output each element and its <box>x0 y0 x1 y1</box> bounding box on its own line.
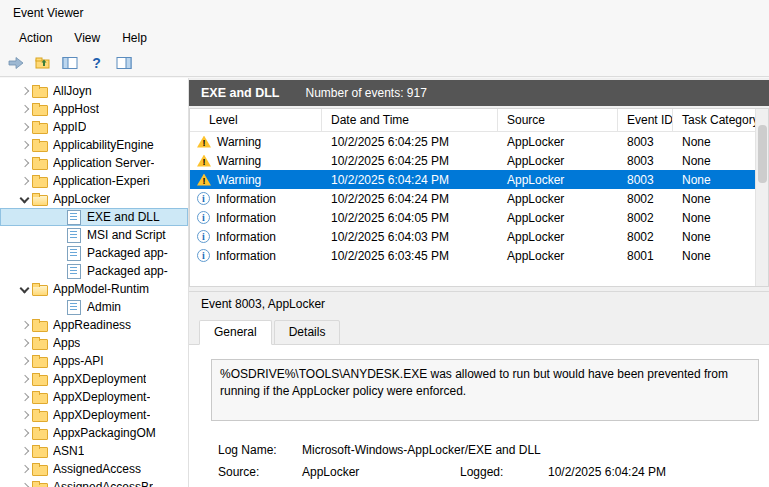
event-row[interactable]: Warning10/2/2025 6:04:25 PMAppLocker8003… <box>190 151 755 170</box>
tree-item[interactable]: AppHost <box>0 100 188 118</box>
tree-item[interactable]: AppXDeployment <box>0 370 188 388</box>
log-name-label: Log Name: <box>218 443 302 457</box>
event-id-cell: 8003 <box>618 135 673 149</box>
tree-item-label: Application-Experi <box>53 174 150 188</box>
tree-item[interactable]: AppXDeployment- <box>0 406 188 424</box>
window-title: Event Viewer <box>13 6 83 20</box>
help-icon[interactable]: ? <box>84 52 109 75</box>
tree-item[interactable]: AppReadiness <box>0 316 188 334</box>
chevron-right-icon[interactable] <box>18 480 32 487</box>
event-row[interactable]: Information10/2/2025 6:04:03 PMAppLocker… <box>190 227 755 246</box>
tree-item-label: AllJoyn <box>53 84 92 98</box>
question-mark-glyph: ? <box>92 55 101 71</box>
source-value: AppLocker <box>302 465 460 479</box>
event-id-cell: 8003 <box>618 173 673 187</box>
chevron-right-icon[interactable] <box>18 390 32 404</box>
tree-item[interactable]: Apps <box>0 334 188 352</box>
tree-item[interactable]: EXE and DLL <box>0 208 188 226</box>
chevron-right-icon[interactable] <box>18 426 32 440</box>
column-header-source[interactable]: Source <box>498 109 618 131</box>
chevron-right-icon[interactable] <box>18 372 32 386</box>
source-cell: AppLocker <box>498 211 618 225</box>
chevron-right-icon[interactable] <box>18 138 32 152</box>
event-log-icon <box>66 210 82 224</box>
chevron-right-icon[interactable] <box>18 174 32 188</box>
level-text: Information <box>216 211 276 225</box>
detail-tabs: General Details <box>189 320 769 345</box>
event-row[interactable]: Information10/2/2025 6:03:45 PMAppLocker… <box>190 246 755 265</box>
results-pane: EXE and DLL Number of events: 917 Level … <box>189 78 769 487</box>
up-one-level-icon[interactable] <box>30 52 55 75</box>
chevron-right-icon[interactable] <box>18 318 32 332</box>
chevron-right-icon[interactable] <box>18 444 32 458</box>
tab-details-label: Details <box>289 325 326 339</box>
tree-item[interactable]: AllJoyn <box>0 82 188 100</box>
vertical-scrollbar[interactable] <box>755 109 768 286</box>
column-header-event-id[interactable]: Event ID <box>618 109 673 131</box>
chevron-right-icon[interactable] <box>18 408 32 422</box>
menu-action[interactable]: Action <box>8 28 63 48</box>
tree-item[interactable]: AssignedAccess <box>0 460 188 478</box>
tree-item[interactable]: AppXDeployment- <box>0 388 188 406</box>
chevron-right-icon[interactable] <box>18 354 32 368</box>
tree-item[interactable]: Packaged app- <box>0 244 188 262</box>
menu-help[interactable]: Help <box>111 28 158 48</box>
chevron-down-icon[interactable] <box>18 192 32 206</box>
tree-item[interactable]: Apps-API <box>0 352 188 370</box>
results-header: EXE and DLL Number of events: 917 <box>189 80 769 106</box>
chevron-right-icon[interactable] <box>18 102 32 116</box>
chevron-right-icon[interactable] <box>18 462 32 476</box>
chevron-down-icon[interactable] <box>18 282 32 296</box>
tree-item[interactable]: AppID <box>0 118 188 136</box>
tree-item-label: Packaged app- <box>87 246 168 260</box>
menu-view[interactable]: View <box>63 28 111 48</box>
event-list: Level Date and Time Source Event ID Task… <box>189 108 769 287</box>
column-header-task-category[interactable]: Task Category <box>673 109 757 131</box>
action-pane-icon[interactable] <box>111 52 136 75</box>
event-row[interactable]: Information10/2/2025 6:04:24 PMAppLocker… <box>190 189 755 208</box>
show-console-tree-icon[interactable] <box>57 52 82 75</box>
tree-item[interactable]: ASN1 <box>0 442 188 460</box>
tree-item-label: Application Server- <box>53 156 154 170</box>
folder-icon <box>32 372 48 386</box>
tree-item-label: AppXDeployment- <box>53 408 150 422</box>
event-count: Number of events: 917 <box>305 86 426 100</box>
datetime-cell: 10/2/2025 6:04:25 PM <box>322 154 498 168</box>
chevron-right-icon[interactable] <box>18 156 32 170</box>
tab-details[interactable]: Details <box>274 320 341 345</box>
tree-item[interactable]: Application-Experi <box>0 172 188 190</box>
logged-label: Logged: <box>460 465 548 479</box>
column-header-level[interactable]: Level <box>190 109 322 131</box>
column-header-date-time[interactable]: Date and Time <box>322 109 498 131</box>
tree-item[interactable]: Packaged app- <box>0 262 188 280</box>
chevron-right-icon[interactable] <box>18 84 32 98</box>
chevron-right-icon[interactable] <box>18 336 32 350</box>
tree-item[interactable]: Admin <box>0 298 188 316</box>
tab-general[interactable]: General <box>199 320 272 345</box>
tree-item[interactable]: ApplicabilityEngine <box>0 136 188 154</box>
tree-item[interactable]: AppxPackagingOM <box>0 424 188 442</box>
tab-general-label: General <box>214 325 257 339</box>
scrollbar-thumb[interactable] <box>758 125 767 183</box>
tree-item-label: AppReadiness <box>53 318 131 332</box>
event-message[interactable]: %OSDRIVE%\TOOLS\ANYDESK.EXE was allowed … <box>211 359 759 421</box>
tree-item[interactable]: Application Server- <box>0 154 188 172</box>
detail-header: Event 8003, AppLocker <box>189 292 769 316</box>
event-id-cell: 8001 <box>618 249 673 263</box>
tree-item[interactable]: AssignedAccessBr <box>0 478 188 487</box>
tree-item[interactable]: AppLocker <box>0 190 188 208</box>
event-fields: Log Name: Microsoft-Windows-AppLocker/EX… <box>211 441 759 481</box>
event-row[interactable]: Information10/2/2025 6:04:05 PMAppLocker… <box>190 208 755 227</box>
event-row[interactable]: Warning10/2/2025 6:04:24 PMAppLocker8003… <box>190 170 755 189</box>
forward-icon[interactable] <box>3 52 28 75</box>
task-category-cell: None <box>673 135 757 149</box>
task-category-cell: None <box>673 230 757 244</box>
task-category-cell: None <box>673 249 757 263</box>
chevron-spacer <box>52 246 66 260</box>
event-log-icon <box>66 246 82 260</box>
folder-icon <box>32 84 48 98</box>
event-row[interactable]: Warning10/2/2025 6:04:25 PMAppLocker8003… <box>190 132 755 151</box>
tree-item[interactable]: MSI and Script <box>0 226 188 244</box>
tree-item[interactable]: AppModel-Runtim <box>0 280 188 298</box>
chevron-right-icon[interactable] <box>18 120 32 134</box>
